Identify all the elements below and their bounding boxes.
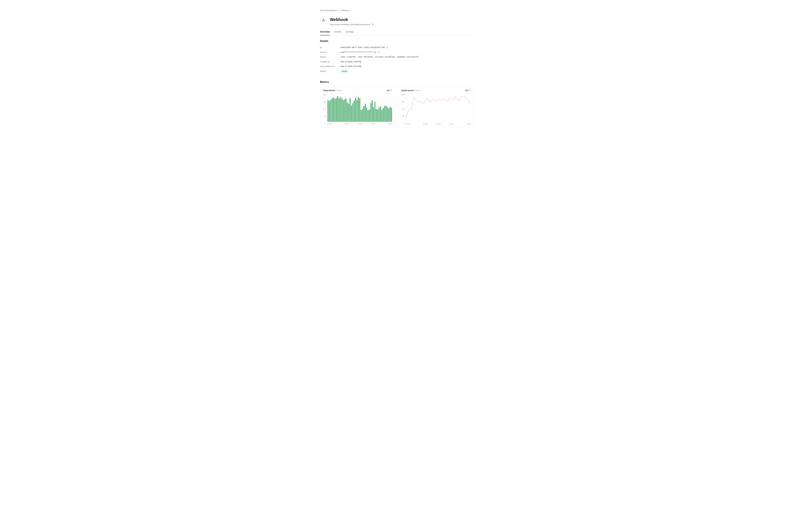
range-label: 24h	[386, 89, 390, 92]
y-axis: 340 255 170 85 0	[323, 94, 327, 125]
bar	[351, 106, 352, 122]
detail-row-created: Created at Nov 17 2024, 8:05 PM	[320, 59, 474, 64]
details-section: Details ID b4925365-b8cf-42b7-a762-aa1a5…	[320, 39, 474, 74]
tab-settings[interactable]: Settings	[345, 29, 354, 35]
breadcrumb-current: Webhook	[341, 9, 349, 12]
bar	[354, 100, 355, 121]
reveal-secret-icon[interactable]	[374, 51, 376, 54]
bar	[390, 107, 391, 122]
x-tick: 19:30	[458, 123, 471, 126]
bar	[347, 102, 348, 121]
tab-overview[interactable]: Overview	[320, 29, 330, 35]
detail-id-value: b4925365-b8cf-42b7-a762-aa1a539177a5	[341, 46, 385, 49]
x-tick: 02:00	[340, 123, 353, 126]
x-axis: 20:30 02:00 07:00 12:30 19:30	[406, 122, 471, 126]
copy-id-icon[interactable]	[386, 46, 388, 49]
y-tick: 0	[323, 122, 326, 125]
bar	[387, 107, 388, 121]
chart-event-errors: Event errors / Rate 24h	[399, 86, 474, 128]
page-header: Webhook http://mock.hookdeck.com/webhook…	[320, 17, 474, 26]
x-tick: 12:30	[366, 123, 379, 126]
detail-topics-value: user.created, user.deleted, account.disa…	[341, 55, 419, 58]
y-tick: 85	[323, 115, 326, 118]
x-tick: 07:00	[432, 123, 445, 126]
chart-title: Total events / Count	[323, 89, 342, 92]
detail-label: Status	[320, 70, 341, 73]
svg-point-5	[375, 52, 375, 53]
chart-title-sub: Rate	[415, 89, 420, 92]
detail-created-value: Nov 17 2024, 8:05 PM	[341, 60, 361, 63]
chart-title-main: Total events	[323, 89, 335, 92]
bar	[352, 103, 354, 121]
bar	[377, 110, 378, 122]
svg-rect-3	[372, 24, 373, 25]
bar	[343, 100, 344, 122]
x-axis: 20:30 02:00 07:00 12:30 19:30	[327, 122, 392, 126]
detail-label: Secret	[320, 51, 341, 54]
range-selector[interactable]: 24h	[465, 89, 471, 92]
chart-title: Event errors / Rate	[402, 89, 420, 92]
bar	[362, 109, 363, 122]
bar	[339, 98, 340, 121]
bar	[337, 96, 338, 122]
detail-row-updated: Last updated at Nov 17 2024, 9:10 PM	[320, 64, 474, 69]
bar	[341, 98, 342, 121]
bar	[329, 101, 330, 122]
copy-secret-icon[interactable]	[377, 51, 380, 53]
bar	[391, 108, 392, 122]
bar	[379, 108, 380, 122]
bar	[340, 97, 341, 122]
bar	[361, 110, 362, 121]
y-tick: 255	[323, 101, 326, 103]
bar	[366, 108, 367, 122]
details-title: Details	[320, 39, 474, 43]
x-tick: 07:00	[353, 123, 366, 126]
bar	[349, 98, 351, 121]
detail-updated-value: Nov 17 2024, 9:10 PM	[341, 65, 361, 68]
bar	[388, 109, 390, 122]
detail-label: ID	[320, 46, 341, 49]
bar	[381, 110, 382, 122]
detail-label: Topics	[320, 55, 341, 59]
bar	[384, 106, 385, 121]
bar	[345, 98, 346, 121]
x-tick: 19:30	[379, 123, 392, 126]
bar	[365, 104, 366, 122]
bar	[363, 106, 364, 121]
y-tick: 340	[323, 94, 326, 96]
y-tick: 340	[402, 94, 404, 96]
x-tick: 20:30	[406, 123, 419, 126]
svg-rect-6	[378, 52, 379, 53]
bar	[336, 98, 337, 122]
range-selector[interactable]: 24h	[386, 89, 392, 92]
detail-secret-value: asd***********************	[341, 51, 373, 54]
bar	[375, 101, 376, 122]
line-chart-plot	[406, 94, 471, 122]
chevron-up-down-icon	[391, 89, 392, 92]
tabs: Overview Events Settings	[320, 29, 474, 35]
chevron-up-down-icon	[469, 89, 471, 92]
bar	[355, 98, 356, 121]
x-tick: 12:30	[445, 123, 458, 126]
y-tick: 85	[402, 115, 404, 118]
detail-row-id: ID b4925365-b8cf-42b7-a762-aa1a539177a5	[320, 45, 474, 50]
bar	[369, 109, 370, 121]
bar	[359, 98, 360, 121]
bar	[373, 107, 374, 121]
x-tick: 20:30	[327, 123, 340, 126]
tab-events[interactable]: Events	[334, 29, 341, 35]
bar	[372, 100, 373, 122]
detail-row-secret: Secret asd***********************	[320, 50, 474, 55]
breadcrumb: Event Destinations / Webhook	[320, 9, 474, 12]
x-tick: 02:00	[419, 123, 432, 126]
metrics-section: Metrics Total events / Count 24h	[320, 80, 474, 128]
y-tick: 0	[402, 122, 404, 125]
breadcrumb-parent[interactable]: Event Destinations	[320, 9, 337, 12]
detail-label: Last updated at	[320, 65, 341, 68]
bar	[370, 103, 372, 121]
y-tick: 170	[402, 108, 404, 111]
copy-url-icon[interactable]	[372, 23, 374, 25]
bar	[357, 100, 358, 122]
chart-title-sub: Count	[337, 89, 342, 92]
webhook-url: http://mock.hookdeck.com/webhooks/events	[330, 23, 370, 26]
